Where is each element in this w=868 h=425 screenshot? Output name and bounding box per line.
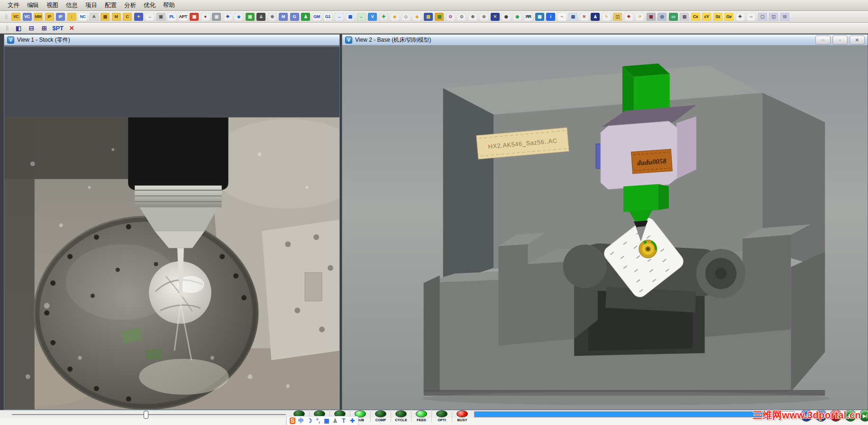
minimize-button[interactable]: ─ — [815, 36, 831, 45]
zoom-in-icon[interactable]: ⊕ — [468, 13, 477, 21]
apt-file-icon[interactable]: APT — [179, 13, 188, 21]
zoom-out-icon[interactable]: ⊖ — [479, 13, 488, 21]
save-data-icon[interactable]: ▣ — [212, 13, 221, 21]
menu-item[interactable]: 配置 — [101, 0, 120, 10]
view2-canvas[interactable]: HX2.AK546_Saz56..AC dudu0058 — [342, 45, 868, 409]
rotate-y-icon[interactable]: cY — [702, 13, 711, 21]
select-hand-icon[interactable]: ☞ — [635, 13, 644, 21]
save-g-file-icon[interactable]: G — [290, 13, 299, 21]
layout-single-icon[interactable]: ▢ — [758, 13, 767, 21]
status-grid-icon[interactable]: ▦ — [190, 13, 199, 21]
toolbar-grip[interactable]: ⣿ — [5, 15, 8, 18]
import-stock-icon[interactable]: ↓ — [67, 13, 76, 21]
stop-button[interactable]: ‖ — [830, 409, 842, 422]
close-button[interactable]: ✕ — [850, 36, 865, 45]
window-layout-stack-icon[interactable]: ⊟ — [27, 24, 36, 32]
view2-title-bar[interactable]: V View 2 - Base (机床/切削模型) ─▫✕ — [342, 35, 868, 45]
toolbox-icon[interactable]: ✚ — [349, 417, 355, 424]
toolbar-grip2[interactable]: ⣿ — [6, 26, 9, 30]
edit-colors-icon[interactable]: ✿ — [446, 13, 455, 21]
optimize-icon[interactable]: ϟ — [602, 13, 611, 21]
compare-files-icon[interactable]: ❖ — [223, 13, 232, 21]
gouge-check-icon[interactable]: ◆ — [390, 13, 399, 21]
skin-icon[interactable]: T — [341, 417, 347, 424]
compare-model-icon[interactable]: ◈ — [412, 13, 421, 21]
rewind-button[interactable]: « — [815, 409, 827, 422]
view1-title-bar[interactable]: V View 1 - Stock (零件) — [4, 35, 339, 45]
info-icon[interactable]: i — [546, 13, 555, 21]
rotate-view-icon[interactable]: Gv — [724, 13, 733, 21]
machine-image-icon[interactable]: ▣ — [156, 13, 165, 21]
operator-icon[interactable]: ♟ — [591, 13, 600, 21]
menu-item[interactable]: 编辑 — [23, 0, 43, 10]
playback-video-icon[interactable]: ◎ — [658, 13, 667, 21]
layout-two-horizontal-icon[interactable]: ⊟ — [780, 13, 789, 21]
menu-item[interactable]: 优化 — [140, 0, 159, 10]
open-control-file-icon[interactable]: C — [123, 13, 132, 21]
view1-canvas[interactable] — [4, 45, 339, 409]
person-icon[interactable]: ♟ — [332, 417, 338, 424]
menu-item[interactable]: 视图 — [43, 0, 62, 10]
speed-slider-track[interactable] — [12, 414, 286, 415]
import-model-icon[interactable]: ← — [357, 13, 366, 21]
stock-box-icon[interactable]: ◫ — [613, 13, 622, 21]
fit-view-icon[interactable]: ✕ — [491, 13, 500, 21]
collision-check-icon[interactable]: ▩ — [246, 13, 255, 21]
tool-manager-icon[interactable]: ✦ — [134, 13, 143, 21]
punctuation-icon[interactable]: °, — [315, 417, 321, 424]
save-m-file-icon[interactable]: M — [279, 13, 288, 21]
menu-item[interactable]: 文件 — [4, 0, 23, 10]
save-ip-file-icon[interactable]: IP — [56, 13, 65, 21]
print-icon[interactable]: ▤ — [680, 13, 689, 21]
layout-two-vertical-icon[interactable]: ◫ — [769, 13, 778, 21]
clear-marks-icon[interactable]: ✕ — [580, 13, 589, 21]
open-project-icon[interactable]: VC — [11, 13, 20, 21]
reverse-play-icon[interactable]: ЯR — [524, 13, 533, 21]
thickness-icon[interactable]: ◇ — [402, 13, 411, 21]
zoom-window-icon[interactable]: ⊙ — [457, 13, 466, 21]
measure-icon[interactable]: ▤ — [535, 13, 544, 21]
die-sinking-icon[interactable]: ▧ — [435, 13, 444, 21]
save-project-icon[interactable]: VC — [23, 13, 32, 21]
rotate-x-icon[interactable]: Cx — [691, 13, 700, 21]
machine-sim-icon[interactable]: ♟ — [256, 13, 265, 21]
halfmoon-icon[interactable]: ☽ — [307, 417, 312, 424]
g1-icon[interactable]: G1 — [323, 13, 332, 21]
model-export-icon[interactable]: ▥ — [424, 13, 433, 21]
stop-sign-icon[interactable]: ● — [201, 13, 210, 21]
rewind-to-start-button[interactable]: ↺ — [800, 409, 813, 422]
nc-program-icon[interactable]: NC — [78, 13, 87, 21]
rotate-z-icon[interactable]: Sz — [713, 13, 722, 21]
play-to-end-button[interactable]: ▶| — [859, 409, 868, 422]
vericut-v-icon[interactable]: V — [368, 13, 377, 21]
speed-slider-handle[interactable] — [144, 411, 148, 419]
gm-xy-icon[interactable]: GM — [312, 13, 321, 21]
vericut-shield-icon[interactable]: ◆ — [234, 13, 243, 21]
record-video-icon[interactable]: ▣ — [647, 13, 656, 21]
menu-item[interactable]: 帮助 — [159, 0, 179, 10]
chinese-mode-icon[interactable]: 中 — [298, 417, 304, 424]
play-button[interactable]: ▶ — [844, 409, 857, 422]
menu-item[interactable]: 分析 — [120, 0, 140, 10]
open-ip-file-icon[interactable]: IP — [45, 13, 54, 21]
image-capture-icon[interactable]: ▭ — [669, 13, 678, 21]
open-report-icon[interactable]: ▤ — [101, 13, 110, 21]
open-mm-file-icon[interactable]: MM — [34, 13, 43, 21]
menu-item[interactable]: 信息 — [62, 0, 82, 10]
graph-icon[interactable]: ~ — [557, 13, 566, 21]
spt-icon[interactable]: $PT — [53, 24, 64, 32]
soft-keyboard-icon[interactable]: ▦ — [324, 417, 329, 424]
restore-button[interactable]: ▫ — [832, 36, 848, 45]
text-doc-icon[interactable]: A — [90, 13, 99, 21]
window-layout-grid-icon[interactable]: ⊞ — [40, 24, 49, 32]
menu-item[interactable]: 项目 — [82, 0, 101, 10]
pan-view-icon[interactable]: ✛ — [736, 13, 745, 21]
window-layout-left-icon[interactable]: ◧ — [14, 24, 23, 32]
process-tree-icon[interactable]: PL — [167, 13, 176, 21]
copy-doc-icon[interactable]: ▤ — [346, 13, 355, 21]
auto-diff-icon[interactable]: ⊕ — [268, 13, 277, 21]
snapshot-icon[interactable]: ▤ — [568, 13, 577, 21]
refresh-spheres-icon[interactable]: ∞ — [747, 13, 756, 21]
compare-birds-icon[interactable]: ❖ — [624, 13, 633, 21]
nc-review-icon[interactable]: ♟ — [301, 13, 310, 21]
